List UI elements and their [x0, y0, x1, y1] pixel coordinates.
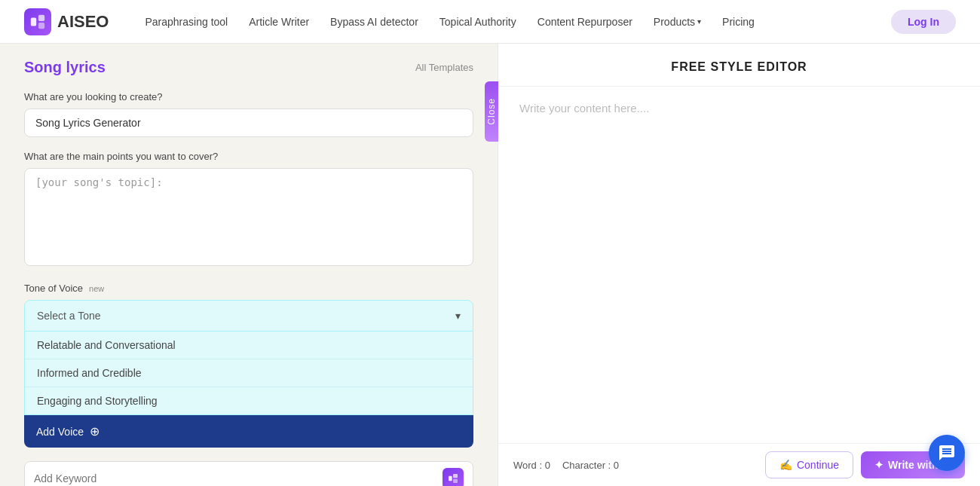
logo-icon — [24, 8, 51, 35]
editor-title: FREE STYLE EDITOR — [671, 60, 807, 73]
field1-label: What are you looking to create? — [24, 91, 473, 102]
field1-group: What are you looking to create? — [24, 91, 473, 137]
svg-rect-3 — [449, 476, 452, 481]
editor-body[interactable]: Write your content here.... — [498, 87, 980, 443]
tone-label-row: Tone of Voice new — [24, 283, 473, 294]
svg-rect-1 — [38, 14, 44, 20]
navbar: AISEO Paraphrasing tool Article Writer B… — [0, 0, 980, 44]
continue-icon: ✍️ — [779, 459, 792, 471]
tone-option-2[interactable]: Engaging and Storytelling — [25, 387, 473, 414]
nav-pricing[interactable]: Pricing — [722, 16, 755, 28]
svg-rect-5 — [453, 479, 458, 483]
field2-textarea[interactable]: [your song's topic]: — [24, 168, 473, 266]
keyword-input[interactable] — [34, 472, 443, 484]
tone-selected-label: Select a Tone — [37, 310, 101, 322]
panel-header: Song lyrics All Templates — [24, 59, 473, 76]
add-voice-button[interactable]: Add Voice ⊕ — [24, 415, 473, 448]
login-button[interactable]: Log In — [891, 10, 956, 34]
tone-option-1[interactable]: Informed and Credible — [25, 359, 473, 387]
svg-rect-0 — [31, 17, 36, 26]
nav-article-writer[interactable]: Article Writer — [249, 16, 309, 28]
word-count: Word : 0 — [513, 460, 550, 471]
tone-chevron-icon: ▾ — [455, 310, 461, 322]
add-voice-label: Add Voice — [36, 426, 84, 438]
tone-option-0[interactable]: Relatable and Conversational — [25, 332, 473, 359]
keyword-row — [24, 461, 473, 486]
nav-content-repurposer[interactable]: Content Repurposer — [537, 16, 632, 28]
nav-products[interactable]: Products ▾ — [654, 16, 701, 28]
add-voice-plus-icon: ⊕ — [90, 424, 100, 439]
editor-bottom-bar: Word : 0 Character : 0 ✍️ Continue ✦ Wri… — [498, 443, 980, 486]
all-templates-link[interactable]: All Templates — [415, 62, 473, 73]
page-title: Song lyrics — [24, 59, 106, 76]
logo[interactable]: AISEO — [24, 8, 109, 35]
svg-rect-4 — [453, 474, 458, 478]
continue-button[interactable]: ✍️ Continue — [765, 451, 853, 478]
keyword-icon — [443, 468, 464, 486]
nav-links: Paraphrasing tool Article Writer Bypass … — [145, 16, 867, 28]
left-panel: Song lyrics All Templates What are you l… — [0, 44, 498, 486]
nav-topical-authority[interactable]: Topical Authority — [439, 16, 516, 28]
close-tab-button[interactable]: Close — [485, 81, 498, 142]
tone-dropdown: Select a Tone ▾ Relatable and Conversati… — [24, 300, 473, 448]
tone-new-badge: new — [89, 284, 104, 293]
products-chevron-icon: ▾ — [697, 17, 701, 26]
field2-label: What are the main points you want to cov… — [24, 151, 473, 162]
tone-dropdown-header[interactable]: Select a Tone ▾ — [24, 300, 473, 332]
write-ai-icon: ✦ — [874, 459, 884, 471]
close-tab-label: Close — [486, 98, 497, 125]
main-layout: Song lyrics All Templates What are you l… — [0, 44, 980, 486]
editor-placeholder-text: Write your content here.... — [519, 102, 649, 115]
field1-input[interactable] — [24, 109, 473, 137]
nav-paraphrasing[interactable]: Paraphrasing tool — [145, 16, 228, 28]
tone-label: Tone of Voice — [24, 283, 83, 294]
logo-text: AISEO — [57, 12, 109, 32]
chat-bubble-button[interactable] — [929, 435, 965, 471]
svg-rect-2 — [38, 22, 44, 28]
field2-group: What are the main points you want to cov… — [24, 151, 473, 269]
continue-label: Continue — [797, 459, 839, 471]
editor-header: FREE STYLE EDITOR — [498, 44, 980, 87]
tone-options-list: Relatable and Conversational Informed an… — [24, 332, 473, 415]
tone-group: Tone of Voice new Select a Tone ▾ Relata… — [24, 283, 473, 448]
right-panel: Close FREE STYLE EDITOR Write your conte… — [498, 44, 980, 486]
char-count: Character : 0 — [562, 460, 619, 471]
nav-bypass-ai[interactable]: Bypass AI detector — [330, 16, 418, 28]
